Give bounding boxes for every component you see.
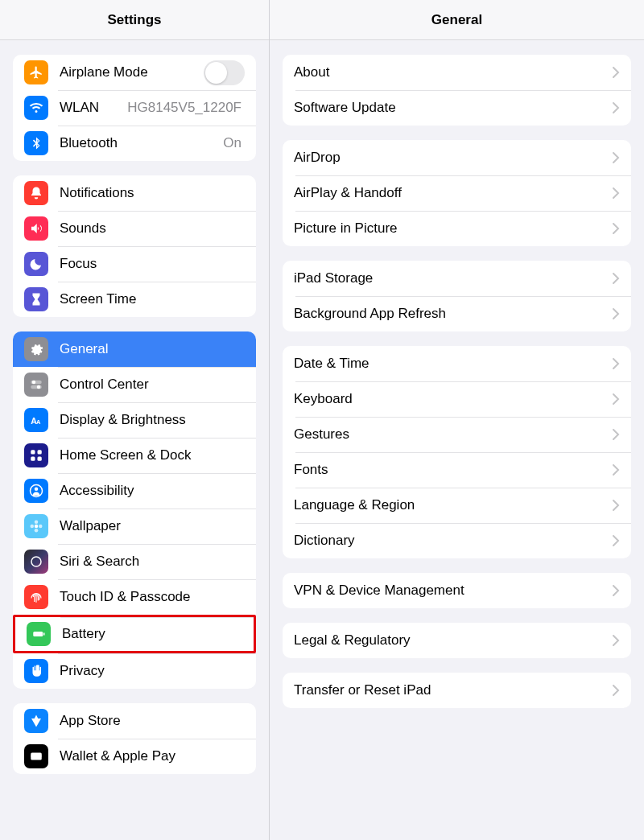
wallet-icon [24, 744, 48, 768]
detail-item-ipadstorage[interactable]: iPad Storage [283, 261, 631, 296]
detail-item-software-update[interactable]: Software Update [283, 90, 631, 126]
sidebar-item-notifications[interactable]: Notifications [13, 175, 256, 211]
svg-point-14 [35, 529, 39, 533]
sidebar-item-label: Wallet & Apple Pay [60, 748, 245, 764]
detail-header: General [270, 0, 644, 40]
detail-item-airdrop[interactable]: AirDrop [283, 140, 631, 175]
sidebar-item-label: Screen Time [60, 291, 245, 307]
svg-rect-8 [31, 457, 35, 461]
sidebar-item-label: General [60, 341, 245, 357]
sidebar-item-bluetooth[interactable]: BluetoothOn [13, 126, 256, 161]
sidebar-item-wallet[interactable]: Wallet & Apple Pay [13, 739, 256, 774]
sidebar-item-touchid[interactable]: Touch ID & Passcode [13, 579, 256, 615]
detail-item-label: Date & Time [294, 356, 612, 372]
chevron-right-icon [612, 151, 620, 164]
wifi-icon [24, 96, 48, 120]
sidebar-title: Settings [107, 12, 161, 28]
sidebar-item-sounds[interactable]: Sounds [13, 211, 256, 246]
chevron-right-icon [612, 101, 620, 114]
detail-group: VPN & Device Management [283, 573, 631, 608]
sidebar-header: Settings [0, 0, 269, 40]
sidebar-item-siri[interactable]: Siri & Search [13, 544, 256, 579]
detail-item-label: Picture in Picture [294, 220, 612, 237]
bell-icon [24, 181, 48, 205]
chevron-right-icon [612, 584, 620, 597]
chevron-right-icon [612, 222, 620, 235]
sidebar-item-label: Battery [62, 626, 242, 642]
svg-rect-19 [43, 633, 45, 636]
chevron-right-icon [612, 66, 620, 79]
detail-item-label: AirDrop [294, 150, 612, 166]
detail-item-pip[interactable]: Picture in Picture [283, 211, 631, 246]
sidebar-item-appstore[interactable]: App Store [13, 703, 256, 739]
sidebar-item-controlcenter[interactable]: Control Center [13, 367, 256, 402]
sidebar-item-label: Bluetooth [60, 135, 223, 151]
detail-item-bgrefresh[interactable]: Background App Refresh [283, 296, 631, 331]
svg-text:A: A [36, 418, 41, 426]
sidebar-item-focus[interactable]: Focus [13, 246, 256, 282]
detail-item-dictionary[interactable]: Dictionary [283, 523, 631, 558]
sidebar-item-privacy[interactable]: Privacy [13, 653, 256, 689]
detail-item-gestures[interactable]: Gestures [283, 417, 631, 452]
sidebar-item-battery[interactable]: Battery [13, 615, 256, 653]
detail-group: Date & TimeKeyboardGesturesFontsLanguage… [283, 346, 631, 558]
detail-item-legal[interactable]: Legal & Regulatory [283, 623, 631, 658]
settings-sidebar: Settings Airplane ModeWLANHG8145V5_1220F… [0, 0, 270, 840]
sidebar-item-label: Focus [60, 256, 245, 272]
sidebar-item-wallpaper[interactable]: Wallpaper [13, 509, 256, 544]
sidebar-item-label: Airplane Mode [60, 64, 204, 80]
detail-item-label: Transfer or Reset iPad [294, 682, 612, 698]
svg-rect-6 [31, 450, 35, 454]
detail-item-language[interactable]: Language & Region [283, 488, 631, 523]
sidebar-item-homescreen[interactable]: Home Screen & Dock [13, 438, 256, 473]
detail-group: AboutSoftware Update [283, 55, 631, 126]
sidebar-item-general[interactable]: General [13, 331, 256, 367]
hand-icon [24, 659, 48, 683]
flower-icon [24, 514, 48, 538]
detail-item-airplay[interactable]: AirPlay & Handoff [283, 175, 631, 211]
sidebar-item-wlan[interactable]: WLANHG8145V5_1220F [13, 90, 256, 126]
fingerprint-icon [24, 585, 48, 609]
siri-icon [24, 550, 48, 574]
sidebar-group: NotificationsSoundsFocusScreen Time [13, 175, 256, 317]
chevron-right-icon [612, 307, 620, 320]
detail-item-about[interactable]: About [283, 55, 631, 90]
sidebar-item-accessibility[interactable]: Accessibility [13, 473, 256, 509]
sidebar-item-label: Sounds [60, 220, 245, 237]
svg-point-17 [31, 557, 41, 566]
sidebar-item-label: Accessibility [60, 483, 245, 499]
sidebar-item-label: Privacy [60, 663, 245, 679]
sidebar-item-screentime[interactable]: Screen Time [13, 282, 256, 317]
sidebar-item-airplane[interactable]: Airplane Mode [13, 55, 256, 90]
sidebar-scroll[interactable]: Airplane ModeWLANHG8145V5_1220FBluetooth… [0, 40, 269, 840]
detail-item-label: Background App Refresh [294, 306, 612, 322]
svg-rect-18 [33, 632, 43, 636]
chevron-right-icon [612, 684, 620, 697]
detail-title: General [431, 12, 482, 28]
speaker-icon [24, 216, 48, 241]
svg-point-16 [39, 525, 43, 529]
sidebar-group: Airplane ModeWLANHG8145V5_1220FBluetooth… [13, 55, 256, 161]
sidebar-item-label: Touch ID & Passcode [60, 589, 245, 605]
chevron-right-icon [612, 357, 620, 370]
detail-scroll[interactable]: AboutSoftware UpdateAirDropAirPlay & Han… [270, 40, 644, 840]
detail-item-label: Keyboard [294, 391, 612, 407]
svg-rect-9 [38, 457, 42, 461]
detail-group: AirDropAirPlay & HandoffPicture in Pictu… [283, 140, 631, 246]
svg-point-3 [37, 385, 41, 389]
svg-point-11 [35, 488, 39, 492]
grid-icon [24, 443, 48, 467]
detail-item-label: Legal & Regulatory [294, 632, 612, 649]
chevron-right-icon [612, 499, 620, 512]
detail-item-keyboard[interactable]: Keyboard [283, 381, 631, 417]
detail-item-vpn[interactable]: VPN & Device Management [283, 573, 631, 608]
chevron-right-icon [612, 534, 620, 547]
detail-item-label: Dictionary [294, 533, 612, 549]
chevron-right-icon [612, 428, 620, 441]
sidebar-item-display[interactable]: AADisplay & Brightness [13, 402, 256, 438]
detail-item-fonts[interactable]: Fonts [283, 452, 631, 488]
toggle-airplane[interactable] [204, 60, 245, 85]
detail-item-datetime[interactable]: Date & Time [283, 346, 631, 381]
svg-rect-21 [31, 756, 42, 757]
detail-item-transfer[interactable]: Transfer or Reset iPad [283, 673, 631, 708]
